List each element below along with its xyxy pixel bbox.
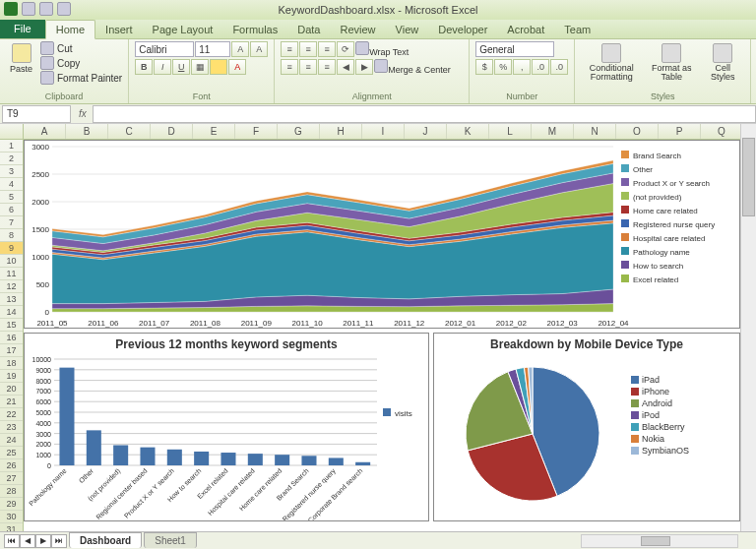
- col-header[interactable]: C: [108, 124, 151, 139]
- paste-button[interactable]: Paste: [6, 41, 36, 76]
- col-header[interactable]: M: [532, 124, 574, 139]
- col-header[interactable]: F: [235, 124, 278, 139]
- vertical-scrollbar[interactable]: [740, 124, 756, 531]
- row-header[interactable]: 3: [0, 165, 23, 178]
- row-header[interactable]: 30: [0, 511, 23, 523]
- row-header[interactable]: 7: [0, 216, 23, 229]
- tab-page-layout[interactable]: Page Layout: [143, 21, 223, 38]
- decrease-indent-button[interactable]: ◀: [337, 59, 354, 75]
- row-header[interactable]: 29: [0, 498, 23, 511]
- row-header[interactable]: 9: [0, 242, 23, 255]
- sheet-tab-sheet1[interactable]: Sheet1: [144, 532, 197, 548]
- row-header[interactable]: 4: [0, 178, 23, 191]
- horizontal-scrollbar[interactable]: [581, 534, 738, 548]
- conditional-formatting-button[interactable]: Conditional Formatting: [581, 41, 642, 84]
- orientation-button[interactable]: ⟳: [337, 41, 354, 57]
- align-bottom-button[interactable]: ≡: [318, 41, 336, 57]
- scroll-thumb[interactable]: [742, 138, 755, 216]
- bold-button[interactable]: B: [135, 59, 153, 75]
- tab-data[interactable]: Data: [287, 21, 330, 38]
- tab-file[interactable]: File: [0, 19, 45, 38]
- cell-styles-button[interactable]: Cell Styles: [701, 41, 744, 84]
- align-middle-button[interactable]: ≡: [299, 41, 317, 57]
- cells-area[interactable]: 0500100015002000250030002011_052011_0620…: [24, 140, 756, 531]
- sheet-tab-dashboard[interactable]: Dashboard: [69, 532, 142, 548]
- sheet-nav-first[interactable]: ⏮: [4, 534, 20, 548]
- row-header[interactable]: 28: [0, 485, 23, 498]
- scroll-thumb-h[interactable]: [641, 536, 670, 546]
- row-header[interactable]: 6: [0, 204, 23, 216]
- row-header[interactable]: 27: [0, 472, 23, 485]
- select-all-corner[interactable]: [0, 124, 24, 139]
- row-header[interactable]: 1: [0, 140, 23, 152]
- row-header[interactable]: 11: [0, 268, 23, 280]
- decrease-decimal-button[interactable]: .0: [550, 59, 568, 75]
- row-header[interactable]: 25: [0, 447, 23, 459]
- italic-button[interactable]: I: [154, 59, 171, 75]
- row-header[interactable]: 26: [0, 459, 23, 472]
- copy-button[interactable]: Copy: [40, 56, 122, 70]
- row-header[interactable]: 8: [0, 229, 23, 242]
- col-header[interactable]: I: [362, 124, 405, 139]
- col-header[interactable]: B: [66, 124, 108, 139]
- col-header[interactable]: P: [659, 124, 701, 139]
- save-icon[interactable]: [22, 2, 35, 16]
- col-header[interactable]: G: [278, 124, 320, 139]
- row-header[interactable]: 24: [0, 434, 23, 447]
- tab-insert[interactable]: Insert: [95, 21, 143, 38]
- comma-button[interactable]: ,: [513, 59, 531, 75]
- row-header[interactable]: 19: [0, 370, 23, 383]
- row-header[interactable]: 2: [0, 152, 23, 165]
- currency-button[interactable]: $: [475, 59, 493, 75]
- wrap-text-button[interactable]: Wrap Text: [355, 41, 426, 57]
- sheet-nav-next[interactable]: ▶: [35, 534, 51, 548]
- row-header[interactable]: 13: [0, 293, 23, 306]
- font-name-dropdown[interactable]: Calibri: [135, 41, 194, 57]
- formula-input[interactable]: [93, 105, 756, 123]
- percent-button[interactable]: %: [494, 59, 512, 75]
- increase-font-button[interactable]: A: [231, 41, 249, 57]
- increase-indent-button[interactable]: ▶: [355, 59, 373, 75]
- col-header[interactable]: A: [24, 124, 66, 139]
- name-box[interactable]: T9: [2, 105, 71, 123]
- col-header[interactable]: Q: [701, 124, 743, 139]
- underline-button[interactable]: U: [172, 59, 190, 75]
- redo-icon[interactable]: [57, 2, 71, 16]
- col-header[interactable]: D: [151, 124, 193, 139]
- tab-home[interactable]: Home: [45, 20, 95, 39]
- col-header[interactable]: E: [193, 124, 235, 139]
- border-button[interactable]: ▦: [191, 59, 209, 75]
- tab-developer[interactable]: Developer: [428, 21, 497, 38]
- font-color-button[interactable]: A: [228, 59, 246, 75]
- row-header[interactable]: 20: [0, 383, 23, 396]
- col-header[interactable]: N: [574, 124, 616, 139]
- row-header[interactable]: 15: [0, 319, 23, 332]
- fx-icon[interactable]: fx: [73, 108, 93, 119]
- fill-color-button[interactable]: [210, 59, 227, 75]
- sheet-nav-prev[interactable]: ◀: [20, 534, 35, 548]
- align-right-button[interactable]: ≡: [318, 59, 336, 75]
- row-header[interactable]: 22: [0, 408, 23, 421]
- col-header[interactable]: J: [405, 124, 447, 139]
- bar-chart[interactable]: Previous 12 months keyword segments 0100…: [24, 333, 429, 521]
- merge-center-button[interactable]: Merge & Center: [374, 59, 463, 75]
- format-as-table-button[interactable]: Format as Table: [646, 41, 697, 84]
- col-header[interactable]: L: [489, 124, 532, 139]
- undo-icon[interactable]: [39, 2, 53, 16]
- align-top-button[interactable]: ≡: [281, 41, 298, 57]
- cut-button[interactable]: Cut: [40, 41, 122, 55]
- row-header[interactable]: 16: [0, 332, 23, 344]
- align-center-button[interactable]: ≡: [299, 59, 317, 75]
- row-header[interactable]: 17: [0, 344, 23, 357]
- row-header[interactable]: 23: [0, 421, 23, 434]
- tab-acrobat[interactable]: Acrobat: [497, 21, 554, 38]
- pie-chart[interactable]: Breakdown by Mobile Device Type iPadiPho…: [433, 333, 740, 521]
- number-format-dropdown[interactable]: General: [475, 41, 554, 57]
- tab-formulas[interactable]: Formulas: [222, 21, 287, 38]
- area-chart[interactable]: 0500100015002000250030002011_052011_0620…: [24, 140, 740, 329]
- font-size-dropdown[interactable]: 11: [195, 41, 230, 57]
- format-painter-button[interactable]: Format Painter: [40, 71, 122, 85]
- row-header[interactable]: 5: [0, 191, 23, 204]
- row-header[interactable]: 12: [0, 280, 23, 293]
- row-header[interactable]: 21: [0, 396, 23, 408]
